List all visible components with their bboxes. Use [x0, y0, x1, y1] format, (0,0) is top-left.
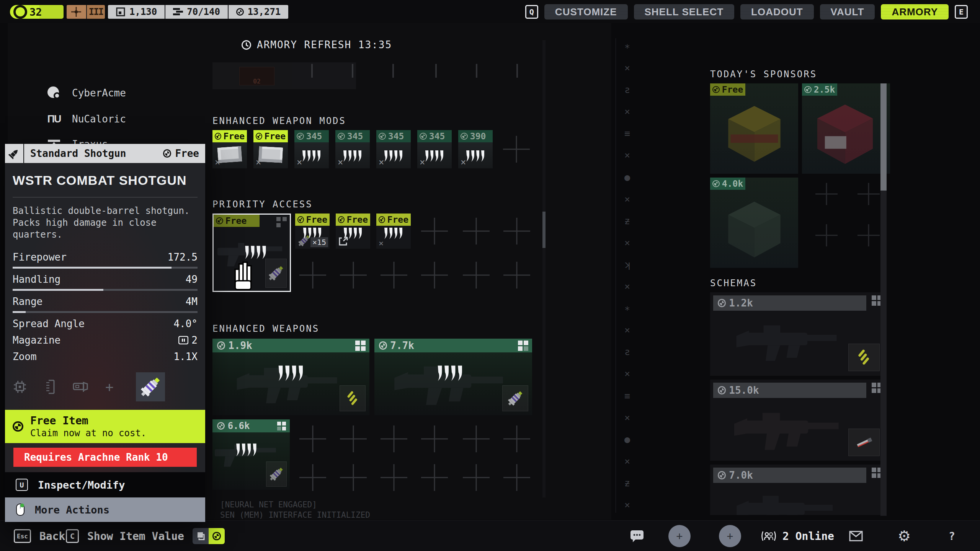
magazine-slot-icon [44, 380, 56, 394]
mod-card[interactable]: Free × [253, 130, 288, 168]
dismiss-x[interactable]: × [461, 157, 466, 168]
dismiss-x[interactable]: × [215, 157, 220, 168]
empty-slot [503, 464, 530, 491]
mod-card[interactable]: 390 × [458, 130, 493, 168]
section-title-schemas: SCHEMAS [710, 278, 757, 289]
resource-bar: 1,130 70/140 13,271 [108, 5, 288, 19]
weapon-card[interactable]: 6.6k [212, 419, 290, 490]
chat-icon [630, 530, 644, 543]
nav-tab-loadout[interactable]: LOADOUT [740, 4, 814, 20]
mod-card[interactable]: 345 × [417, 130, 452, 168]
magazine-icon [178, 336, 188, 344]
credits-icon [163, 149, 171, 157]
nav-tab-customize[interactable]: CUSTOMIZE [544, 4, 628, 20]
supply-crate-image [725, 105, 784, 164]
plus-slot-icon: + [105, 379, 114, 395]
bonus-knife-box [848, 429, 880, 456]
syringe-icon [139, 376, 162, 398]
schema-card[interactable]: 1.2k [710, 292, 884, 376]
main-scrollbar-thumb[interactable] [542, 212, 546, 248]
nav-tab-armory[interactable]: ARMORY [881, 4, 949, 20]
resource-capacity[interactable]: 70/140 [165, 5, 228, 19]
help-button[interactable]: ? [949, 521, 955, 551]
dismiss-x[interactable]: × [420, 157, 425, 168]
inspect-modify-action[interactable]: U Inspect/Modify [5, 472, 205, 497]
stat-range: Range4M [13, 296, 198, 313]
resource-value: 1,130 [129, 7, 157, 17]
more-actions-action[interactable]: More Actions [5, 497, 205, 522]
main-scrollbar[interactable] [542, 40, 546, 497]
right-scrollbar[interactable] [880, 83, 887, 516]
dismiss-x[interactable]: × [338, 157, 343, 168]
item-price: 345 [429, 131, 445, 141]
mail-button[interactable] [849, 521, 863, 551]
free-banner-title: Free Item [30, 414, 146, 427]
empty-slot [815, 183, 838, 205]
mod-card[interactable]: Free × [212, 130, 247, 168]
settings-button[interactable]: ⚙ [898, 521, 911, 551]
stat-spread-angle: Spread Angle4.0° [13, 318, 198, 329]
section-title-priority: PRIORITY ACCESS [212, 199, 313, 210]
priority-card[interactable]: Free × [376, 214, 411, 249]
weapon-card[interactable]: 7.7k [374, 339, 532, 415]
empty-slot [463, 425, 490, 452]
sponsor-card[interactable]: Free [710, 83, 798, 174]
priority-card[interactable]: Free ×15 [295, 214, 330, 249]
empty-slot [858, 224, 880, 246]
strip-decor-icon: × [624, 456, 630, 466]
item-price: 7.0k [729, 469, 753, 481]
resource-crafting[interactable]: 1,130 [108, 5, 165, 19]
sponsor-card[interactable]: 2.5k [802, 83, 890, 174]
section-title-weapons: ENHANCED WEAPONS [212, 323, 319, 334]
mod-card[interactable]: 345 × [376, 130, 411, 168]
dismiss-x[interactable]: × [256, 157, 261, 168]
chat-button[interactable] [630, 521, 644, 551]
back-button[interactable]: Esc Back [14, 521, 65, 551]
strip-decor-icon: × [624, 325, 630, 335]
back-keyhint: Esc [14, 529, 31, 543]
schema-card[interactable]: 7.0k [710, 465, 884, 515]
nav-tab-shell-select[interactable]: SHELL SELECT [634, 4, 735, 20]
empty-slot [421, 218, 448, 245]
dismiss-x[interactable]: × [379, 238, 384, 248]
scrolled-out-item-thumb: 02 [239, 67, 274, 85]
weapon-card[interactable]: 1.9k [212, 339, 369, 415]
layers-icon [193, 528, 209, 544]
grid-tick [435, 64, 437, 78]
add-party-member-left-button[interactable]: + [668, 525, 691, 547]
requirement-banner: Requires Arachne Rank 10 [13, 448, 197, 467]
credits-icon [297, 133, 304, 140]
show-item-value-button[interactable]: C Show Item Value [66, 521, 225, 551]
sponsor-card[interactable]: 4.0k [710, 178, 798, 268]
item-description: Ballistic double-barrel shotgun. Packs h… [13, 205, 198, 241]
empty-slot [503, 425, 530, 452]
mod-card[interactable]: 345 × [294, 130, 329, 168]
sidebar-item-nucaloric[interactable]: ΠU NuCaloric [46, 111, 126, 127]
item-price: 2.5k [814, 85, 835, 95]
item-stats: Firepower172.5 Handling49 Range4M Spread… [13, 251, 198, 362]
nav-tab-vault[interactable]: VAULT [820, 4, 875, 20]
tooltip-body: WSTR COMBAT SHOTGUN Ballistic double-bar… [5, 163, 205, 522]
selected-attachment-box[interactable] [136, 372, 165, 401]
armory-screen: 32 III 1,130 70/140 13,271 Q CUSTOMI [0, 0, 980, 551]
claw-brand-icon [466, 150, 485, 163]
help-icon: ? [949, 530, 955, 543]
add-party-member-right-button[interactable]: + [719, 525, 741, 547]
priority-card-selected[interactable]: Free [212, 214, 291, 292]
dismiss-x[interactable]: × [379, 157, 384, 168]
right-scrollbar-thumb[interactable] [880, 83, 887, 191]
mod-card[interactable]: 345 × [335, 130, 370, 168]
resource-credits[interactable]: 13,271 [228, 5, 288, 19]
dismiss-x[interactable]: × [297, 157, 302, 168]
rank-badge[interactable]: III [67, 5, 105, 19]
player-level-badge[interactable]: 32 [10, 5, 64, 19]
schema-card[interactable]: 15.0k [710, 380, 884, 461]
strip-decor-icon: × [624, 107, 630, 116]
priority-card[interactable]: Free [336, 214, 370, 249]
value-display-toggle[interactable] [193, 528, 225, 544]
empty-slot [463, 262, 490, 289]
sidebar-item-cyberacme[interactable]: CyberAcme [46, 85, 126, 101]
section-title-mods: ENHANCED WEAPON MODS [212, 116, 346, 126]
stat-zoom: Zoom1.1X [13, 351, 198, 362]
envelope-icon [849, 531, 863, 541]
